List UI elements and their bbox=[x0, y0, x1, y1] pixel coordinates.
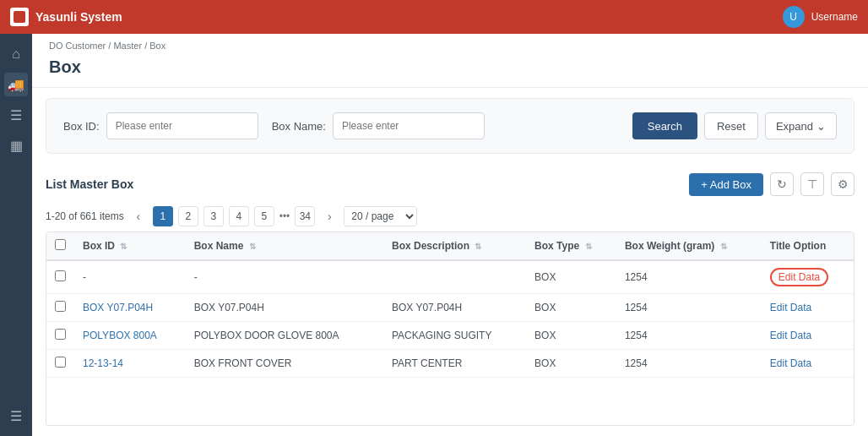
cell-box-id: POLYBOX 800A bbox=[74, 322, 186, 350]
page-button-2[interactable]: 2 bbox=[178, 206, 198, 226]
box-id-input[interactable] bbox=[106, 112, 258, 139]
sort-box-desc-icon[interactable]: ⇅ bbox=[475, 242, 481, 251]
th-box-weight: Box Weight (gram) ⇅ bbox=[616, 232, 762, 260]
breadcrumb-master[interactable]: Master bbox=[113, 41, 142, 51]
expand-button[interactable]: Expand ⌄ bbox=[765, 112, 837, 139]
row-checkbox[interactable] bbox=[55, 329, 66, 340]
box-name-input[interactable] bbox=[333, 112, 485, 139]
box-id-label: Box ID: bbox=[63, 120, 100, 133]
prev-page-button[interactable]: ‹ bbox=[129, 206, 148, 226]
filter-row: Box ID: Box Name: Search Reset Expand ⌄ bbox=[63, 112, 837, 139]
th-title-option: Title Option bbox=[762, 232, 854, 260]
edit-data-button[interactable]: Edit Data bbox=[770, 330, 811, 341]
per-page-select[interactable]: 20 / page 50 / page 100 / page bbox=[344, 206, 417, 226]
table-actions: + Add Box ↻ ⊤ ⚙ bbox=[689, 172, 854, 196]
page-button-5[interactable]: 5 bbox=[254, 206, 274, 226]
box-name-label: Box Name: bbox=[272, 120, 326, 133]
cell-box-description: PACKAGING SUGITY bbox=[383, 322, 526, 350]
th-box-description: Box Description ⇅ bbox=[383, 232, 526, 260]
logo-icon bbox=[10, 8, 29, 26]
sort-box-name-icon[interactable]: ⇅ bbox=[249, 242, 256, 251]
cell-box-name: BOX FRONT COVER bbox=[186, 350, 383, 378]
box-id-field: Box ID: bbox=[63, 112, 258, 139]
box-name-field: Box Name: bbox=[272, 112, 485, 139]
table-section-title: List Master Box bbox=[46, 177, 133, 191]
row-checkbox[interactable] bbox=[55, 270, 66, 281]
table-row: POLYBOX 800A POLYBOX DOOR GLOVE 800A PAC… bbox=[46, 322, 854, 350]
chevron-down-icon: ⌄ bbox=[816, 120, 826, 133]
main-content: DO Customer / Master / Box Box Box ID: B… bbox=[32, 34, 868, 436]
cell-title-option: Edit Data bbox=[762, 294, 854, 322]
cell-title-option: Edit Data bbox=[762, 322, 854, 350]
avatar-initials: U bbox=[789, 11, 797, 23]
table-toolbar: List Master Box + Add Box ↻ ⊤ ⚙ bbox=[46, 164, 854, 203]
edit-data-circled-button[interactable]: Edit Data bbox=[770, 268, 828, 286]
page-title-bar: Box bbox=[32, 54, 868, 88]
cell-box-weight: 1254 bbox=[616, 260, 762, 294]
cell-box-type: BOX bbox=[526, 350, 616, 378]
settings-button[interactable]: ⚙ bbox=[831, 172, 854, 196]
th-box-type: Box Type ⇅ bbox=[526, 232, 616, 260]
app-body: ⌂ 🚚 ☰ ▦ ☰ DO Customer / Master / Box Box… bbox=[0, 34, 868, 436]
reset-button[interactable]: Reset bbox=[704, 112, 758, 139]
box-id-link[interactable]: POLYBOX 800A bbox=[83, 330, 157, 341]
cell-box-weight: 1254 bbox=[616, 350, 762, 378]
cell-box-id: - bbox=[74, 260, 186, 294]
row-checkbox-cell bbox=[46, 350, 74, 378]
pagination-row: 1-20 of 661 items ‹ 1 2 3 4 5 ••• 34 › 2… bbox=[46, 203, 854, 232]
sidebar-item-menu[interactable]: ☰ bbox=[4, 103, 28, 127]
cell-box-id: BOX Y07.P04H bbox=[74, 294, 186, 322]
edit-data-button[interactable]: Edit Data bbox=[770, 357, 811, 369]
box-id-link[interactable]: 12-13-14 bbox=[83, 357, 123, 369]
top-navigation: Yasunli System U Username bbox=[0, 0, 868, 34]
table-wrapper: Box ID ⇅ Box Name ⇅ Box Description ⇅ Bo… bbox=[46, 232, 854, 426]
sort-box-weight-icon[interactable]: ⇅ bbox=[720, 242, 727, 251]
cell-title-option: Edit Data bbox=[762, 350, 854, 378]
breadcrumb-do-customer[interactable]: DO Customer bbox=[49, 41, 106, 51]
sidebar-item-list-bottom[interactable]: ☰ bbox=[4, 404, 28, 428]
expand-label: Expand bbox=[776, 120, 813, 133]
cell-title-option: Edit Data bbox=[762, 260, 854, 294]
page-button-4[interactable]: 4 bbox=[229, 206, 249, 226]
page-button-34[interactable]: 34 bbox=[295, 206, 315, 226]
sidebar: ⌂ 🚚 ☰ ▦ ☰ bbox=[0, 34, 32, 436]
app-name: Yasunli System bbox=[35, 10, 122, 24]
cell-box-type: BOX bbox=[526, 260, 616, 294]
pagination-info: 1-20 of 661 items bbox=[46, 210, 124, 222]
cell-box-description bbox=[383, 260, 526, 294]
top-nav-right: U Username bbox=[783, 6, 858, 28]
sort-box-id-icon[interactable]: ⇅ bbox=[120, 242, 127, 251]
cell-box-type: BOX bbox=[526, 294, 616, 322]
next-page-button[interactable]: › bbox=[320, 206, 339, 226]
cell-box-name: - bbox=[186, 260, 383, 294]
box-id-link[interactable]: BOX Y07.P04H bbox=[83, 302, 153, 313]
table-row: 12-13-14 BOX FRONT COVER PART CENTER BOX… bbox=[46, 350, 854, 378]
cell-box-name: POLYBOX DOOR GLOVE 800A bbox=[186, 322, 383, 350]
page-button-3[interactable]: 3 bbox=[203, 206, 224, 226]
table-row: - - BOX 1254 Edit Data bbox=[46, 260, 854, 294]
row-checkbox[interactable] bbox=[55, 301, 66, 312]
sidebar-item-truck[interactable]: 🚚 bbox=[4, 73, 28, 96]
row-checkbox[interactable] bbox=[55, 357, 66, 368]
refresh-button[interactable]: ↻ bbox=[770, 172, 794, 196]
page-button-1[interactable]: 1 bbox=[153, 206, 173, 226]
th-checkbox bbox=[46, 232, 74, 260]
add-box-button[interactable]: + Add Box bbox=[689, 173, 763, 196]
search-button[interactable]: Search bbox=[632, 112, 697, 139]
filter-actions: Search Reset Expand ⌄ bbox=[632, 112, 837, 139]
row-checkbox-cell bbox=[46, 294, 74, 322]
table-header: Box ID ⇅ Box Name ⇅ Box Description ⇅ Bo… bbox=[46, 232, 854, 260]
cell-box-type: BOX bbox=[526, 322, 616, 350]
cell-box-description: PART CENTER bbox=[383, 350, 526, 378]
th-box-id: Box ID ⇅ bbox=[74, 232, 186, 260]
select-all-checkbox[interactable] bbox=[55, 239, 66, 250]
sort-box-type-icon[interactable]: ⇅ bbox=[585, 242, 592, 251]
filter-section: Box ID: Box Name: Search Reset Expand ⌄ bbox=[46, 98, 854, 154]
sidebar-item-grid[interactable]: ▦ bbox=[4, 134, 28, 157]
sidebar-item-home[interactable]: ⌂ bbox=[4, 42, 28, 66]
cell-box-description: BOX Y07.P04H bbox=[383, 294, 526, 322]
columns-button[interactable]: ⊤ bbox=[800, 172, 824, 196]
edit-data-button[interactable]: Edit Data bbox=[770, 302, 811, 313]
breadcrumb-current: Box bbox=[149, 41, 165, 51]
cell-box-name: BOX Y07.P04H bbox=[186, 294, 383, 322]
